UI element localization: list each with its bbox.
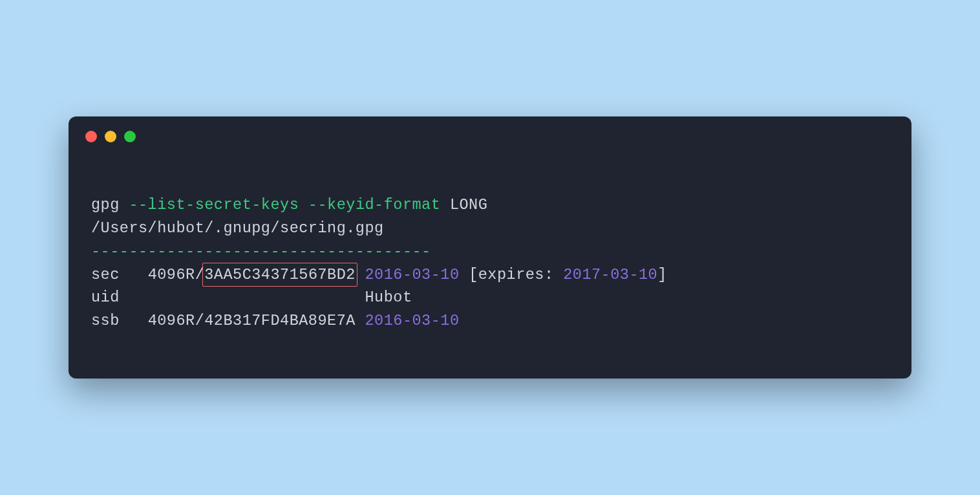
uid-name: Hubot	[365, 289, 412, 306]
expires-label: [expires:	[460, 266, 564, 283]
cmd-flag: --keyid-format	[299, 196, 440, 214]
separator-line: ------------------------------------	[91, 243, 431, 260]
cmd-name: gpg	[91, 196, 120, 214]
terminal-window: gpg --list-secret-keys --keyid-format LO…	[69, 116, 911, 379]
sec-label: sec	[91, 266, 148, 283]
expires-date: 2017-03-10	[563, 266, 657, 283]
keyring-path: /Users/hubot/.gnupg/secring.gpg	[91, 219, 384, 237]
close-icon[interactable]	[85, 131, 97, 142]
sec-date: 2016-03-10	[365, 266, 460, 283]
minimize-icon[interactable]	[105, 131, 116, 142]
sec-keyid: 3AA5C34371567BD2	[204, 266, 356, 283]
sec-keyid-highlight: 3AA5C34371567BD2	[202, 263, 357, 287]
uid-label: uid	[91, 289, 365, 306]
ssb-label: ssb	[91, 312, 148, 329]
ssb-date: 2016-03-10	[365, 312, 459, 329]
sec-keytype: 4096R/	[148, 266, 205, 283]
window-titlebar	[69, 116, 911, 149]
terminal-content: gpg --list-secret-keys --keyid-format LO…	[69, 149, 911, 356]
cmd-flag: --list-secret-keys	[120, 196, 299, 214]
expires-close: ]	[657, 266, 667, 283]
ssb-keytype: 4096R/42B317FD4BA89E7A	[148, 312, 365, 329]
zoom-icon[interactable]	[124, 131, 136, 142]
cmd-arg: LONG	[440, 196, 487, 214]
